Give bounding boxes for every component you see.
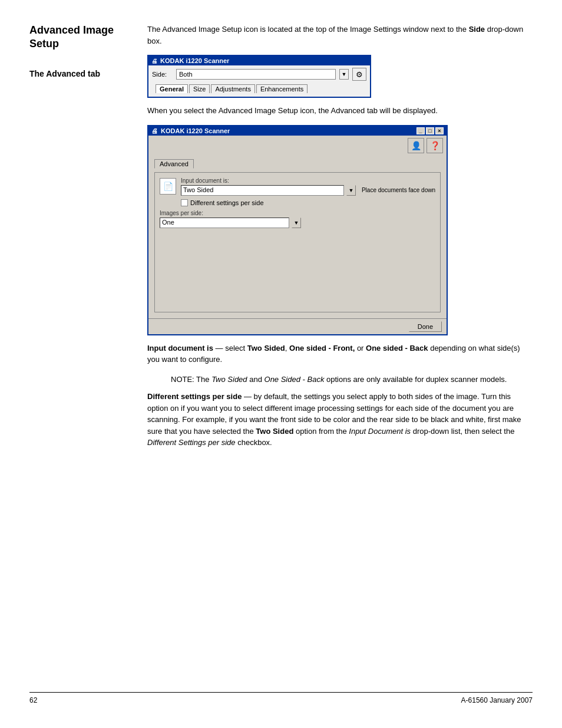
diff-settings-checkbox[interactable] — [181, 199, 188, 206]
scanner-footer: Done — [148, 318, 447, 334]
input-doc-or: or — [355, 344, 366, 353]
done-button[interactable]: Done — [409, 321, 442, 332]
diff-settings-label: Different settings per side — [190, 199, 264, 206]
right-column: The Advanced Image Setup icon is located… — [147, 24, 533, 692]
tab-size[interactable]: Size — [189, 84, 210, 93]
advanced-setup-icon-btn[interactable]: ⚙ — [352, 68, 366, 81]
diff-settings-row: Different settings per side — [181, 199, 435, 206]
tab-general[interactable]: General — [156, 84, 188, 93]
input-doc-row: 📄 Input document is: Two Sided ▼ Place d… — [160, 177, 435, 196]
input-doc-label: Input document is: — [181, 177, 435, 184]
note-rest: options are only available for duplex sc… — [324, 375, 507, 384]
side-input[interactable] — [176, 69, 336, 80]
note-block: NOTE: The Two Sided and One Sided - Back… — [171, 374, 533, 386]
diff-settings-description: Different settings per side — by default… — [147, 391, 533, 449]
images-per-side-select[interactable]: One — [160, 218, 289, 228]
scanner-window-small: 🖨 KODAK i1220 Scanner Side: ▼ ⚙ General … — [147, 55, 371, 98]
titlebar-controls: _ □ × — [416, 127, 444, 134]
place-doc-label: Place documents face down — [362, 187, 435, 193]
toolbar-user-icon[interactable]: 👤 — [408, 138, 424, 153]
scanner-toolbar: 👤 ❓ — [148, 136, 447, 156]
page-footer: 62 A-61560 January 2007 — [29, 692, 533, 704]
diff-settings-italic-2: Different Settings per side — [147, 438, 236, 447]
panel-spacer — [160, 230, 435, 307]
win-restore-btn[interactable]: □ — [426, 127, 434, 134]
page-number: 62 — [29, 696, 37, 704]
side-label: Side: — [152, 71, 173, 78]
scanner-content: Advanced 📄 Input document is: Two Sided … — [148, 156, 447, 318]
note-italic-1: Two Sided — [211, 375, 247, 384]
win-minimize-btn[interactable]: _ — [416, 127, 425, 134]
note-prefix: NOTE: The — [171, 375, 211, 384]
scanner-large-title: KODAK i1220 Scanner — [161, 127, 230, 134]
scanner-large-icon: 🖨 — [151, 127, 158, 134]
scanner-body-small: Side: ▼ ⚙ General Size Adjustments Enhan… — [148, 65, 370, 97]
input-doc-one-front: One sided - Front, — [289, 344, 355, 353]
tab-adjustments[interactable]: Adjustments — [211, 84, 255, 93]
diff-settings-intro-bold: Different settings per side — [147, 392, 242, 401]
doc-ref: A-61560 January 2007 — [461, 696, 533, 704]
input-doc-intro-bold: Input document is — [147, 344, 213, 353]
section-label-advanced-tab: The Advanced tab — [29, 69, 135, 78]
advanced-tab-strip: Advanced — [154, 159, 441, 169]
input-doc-comma: , — [285, 344, 289, 353]
side-dropdown-btn[interactable]: ▼ — [339, 69, 349, 80]
tab-enhancements[interactable]: Enhancements — [256, 84, 308, 93]
diff-settings-two-sided: Two Sided — [256, 427, 293, 436]
input-doc-two-sided: Two Sided — [247, 344, 285, 353]
scanner-tabs-small: General Size Adjustments Enhancements — [152, 83, 366, 94]
diff-settings-end: drop-down list, then select the — [411, 427, 514, 436]
intro-text-block: The Advanced Image Setup icon is located… — [147, 24, 533, 47]
diff-settings-mid: option from the — [293, 427, 349, 436]
scanner-titlebar-small: 🖨 KODAK i1220 Scanner — [148, 56, 370, 65]
win-close-btn[interactable]: × — [435, 127, 444, 134]
adv-tab-advanced[interactable]: Advanced — [154, 159, 194, 169]
page-title: Advanced Image Setup — [29, 24, 135, 51]
diff-settings-italic: Input Document is — [349, 427, 411, 436]
intro-bold-side: Side — [469, 25, 485, 34]
scanner-title-icon: 🖨 — [151, 58, 157, 64]
note-mid: and — [247, 375, 265, 384]
page: Advanced Image Setup The Advanced tab Th… — [0, 0, 562, 728]
input-doc-group: Input document is: Two Sided ▼ Place doc… — [181, 177, 435, 196]
after-small-text: When you select the Advanced Image Setup… — [147, 105, 533, 117]
scanner-titlebar-large: 🖨 KODAK i1220 Scanner _ □ × — [148, 126, 447, 136]
titlebar-left: 🖨 KODAK i1220 Scanner — [151, 127, 230, 134]
input-doc-select-row: Two Sided ▼ Place documents face down — [181, 185, 435, 196]
input-doc-one-back: One sided - Back — [366, 344, 428, 353]
input-doc-select-btn[interactable]: ▼ — [346, 185, 356, 196]
input-doc-dash: — select — [213, 344, 247, 353]
content-area: Advanced Image Setup The Advanced tab Th… — [29, 24, 533, 692]
input-doc-icon: 📄 — [160, 178, 176, 195]
images-per-side-btn[interactable]: ▼ — [292, 218, 301, 228]
images-per-side-label: Images per side: — [160, 210, 435, 216]
note-italic-2: One Sided - Back — [265, 375, 325, 384]
input-doc-description: Input document is — select Two Sided, On… — [147, 342, 533, 365]
scanner-window-large: 🖨 KODAK i1220 Scanner _ □ × 👤 ❓ Advanc — [147, 125, 448, 335]
diff-settings-final: checkbox. — [236, 438, 272, 447]
side-row: Side: ▼ ⚙ — [152, 68, 366, 81]
left-column: Advanced Image Setup The Advanced tab — [29, 24, 147, 692]
adv-panel: 📄 Input document is: Two Sided ▼ Place d… — [154, 172, 441, 312]
toolbar-help-icon[interactable]: ❓ — [427, 138, 443, 153]
scanner-small-title: KODAK i1220 Scanner — [160, 57, 229, 64]
input-doc-select[interactable]: Two Sided — [181, 185, 344, 196]
intro-text-1: The Advanced Image Setup icon is located… — [147, 25, 469, 34]
images-per-side-row: One ▼ — [160, 218, 435, 228]
